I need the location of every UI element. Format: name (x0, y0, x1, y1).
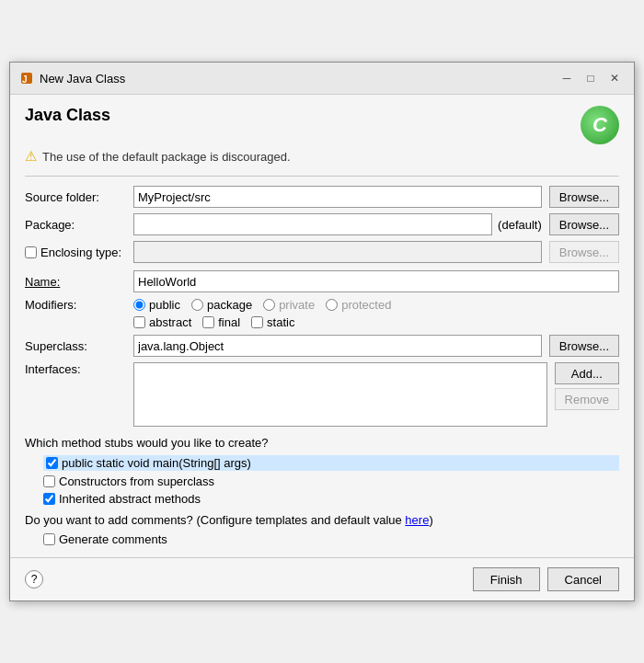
constructor-label: Constructors from superclass (59, 474, 214, 488)
radio-public-input[interactable] (133, 299, 145, 311)
inherited-label: Inherited abstract methods (59, 492, 201, 506)
package-default-label: (default) (498, 218, 542, 232)
enclosing-type-checkbox[interactable] (25, 246, 37, 258)
radio-package-input[interactable] (191, 299, 203, 311)
enclosing-type-input[interactable] (133, 241, 542, 263)
package-browse-button[interactable]: Browse... (549, 213, 619, 235)
footer-right: Finish Cancel (473, 567, 619, 591)
static-label: static (267, 315, 294, 329)
abstract-checkbox[interactable] (133, 316, 145, 328)
radio-protected: protected (326, 298, 391, 312)
radio-protected-label: protected (341, 298, 391, 312)
superclass-browse-button[interactable]: Browse... (549, 335, 619, 357)
static-checkbox-item: static (251, 315, 294, 329)
abstract-checkbox-item: abstract (133, 315, 191, 329)
methods-question: Which method stubs would you like to cre… (25, 436, 619, 450)
superclass-input[interactable] (133, 335, 542, 357)
modifiers-checkbox-group: abstract final static (133, 315, 619, 329)
separator (25, 176, 619, 177)
comments-question-text: Do you want to add comments? (Configure … (25, 513, 405, 527)
eclipse-logo: C (581, 106, 619, 144)
radio-private-label: private (279, 298, 315, 312)
title-bar-controls: ─ □ ✕ (557, 68, 625, 88)
final-checkbox[interactable] (202, 316, 214, 328)
radio-package: package (191, 298, 252, 312)
radio-private: private (263, 298, 315, 312)
source-folder-input[interactable] (133, 186, 542, 208)
interfaces-add-button[interactable]: Add... (555, 362, 619, 384)
warning-bar: ⚠ The use of the default package is disc… (25, 148, 619, 165)
modifiers-section: public package private protected (133, 298, 619, 329)
minimize-button[interactable]: ─ (557, 68, 577, 88)
generate-comments-item: Generate comments (43, 532, 619, 546)
radio-public: public (133, 298, 180, 312)
inherited-checkbox[interactable] (43, 493, 55, 505)
comments-section: Do you want to add comments? (Configure … (25, 513, 619, 546)
source-folder-label: Source folder: (25, 190, 126, 204)
title-bar: J New Java Class ─ □ ✕ (10, 63, 634, 95)
main-method-checkbox[interactable] (46, 457, 58, 469)
finish-button[interactable]: Finish (473, 567, 540, 591)
final-checkbox-item: final (202, 315, 240, 329)
new-java-class-dialog: J New Java Class ─ □ ✕ Java Class C ⚠ Th… (9, 62, 635, 601)
main-method-item: public static void main(String[] args) (43, 455, 619, 471)
title-bar-title: New Java Class (40, 72, 125, 86)
dialog-title: Java Class (25, 106, 110, 125)
warning-icon: ⚠ (25, 148, 37, 165)
comments-checkboxes: Generate comments (43, 532, 619, 546)
radio-protected-input[interactable] (326, 299, 338, 311)
package-input-group: (default) (133, 213, 542, 235)
generate-comments-checkbox[interactable] (43, 533, 55, 545)
enclosing-type-checkbox-row: Enclosing type: (25, 246, 126, 259)
generate-comments-label: Generate comments (59, 532, 167, 546)
name-input[interactable] (133, 270, 619, 292)
java-titlebar-icon: J (19, 71, 34, 86)
warning-text: The use of the default package is discou… (42, 150, 291, 164)
comments-link[interactable]: here (405, 513, 429, 527)
interfaces-buttons: Add... Remove (555, 362, 619, 410)
methods-checkboxes: public static void main(String[] args) C… (43, 455, 619, 506)
help-icon[interactable]: ? (25, 570, 43, 589)
dialog-header: Java Class C (25, 106, 619, 144)
form-grid: Source folder: Browse... Package: (defau… (25, 186, 619, 263)
main-method-label: public static void main(String[] args) (62, 456, 251, 470)
radio-private-input[interactable] (263, 299, 275, 311)
final-label: final (218, 315, 240, 329)
dialog-body: Java Class C ⚠ The use of the default pa… (10, 95, 634, 557)
modifiers-label: Modifiers: (25, 298, 126, 312)
cancel-button[interactable]: Cancel (547, 567, 619, 591)
methods-section: Which method stubs would you like to cre… (25, 436, 619, 506)
static-checkbox[interactable] (251, 316, 263, 328)
enclosing-type-label: Enclosing type: (40, 246, 121, 259)
radio-package-label: package (207, 298, 252, 312)
svg-text:J: J (22, 74, 28, 85)
constructor-item: Constructors from superclass (43, 474, 619, 488)
inherited-item: Inherited abstract methods (43, 492, 619, 506)
package-input[interactable] (133, 213, 492, 235)
header-left: Java Class (25, 106, 110, 125)
maximize-button[interactable]: □ (581, 68, 601, 88)
source-folder-browse-button[interactable]: Browse... (549, 186, 619, 208)
title-bar-left: J New Java Class (19, 71, 125, 86)
radio-public-label: public (149, 298, 180, 312)
package-label: Package: (25, 218, 126, 232)
close-button[interactable]: ✕ (604, 68, 625, 88)
superclass-label: Superclass: (25, 339, 126, 353)
abstract-label: abstract (149, 315, 191, 329)
enclosing-type-browse-button[interactable]: Browse... (549, 241, 619, 263)
interfaces-label: Interfaces: (25, 362, 126, 376)
constructor-checkbox[interactable] (43, 475, 55, 487)
interfaces-textarea[interactable] (133, 362, 547, 427)
name-label: Name: (25, 275, 126, 289)
interfaces-remove-button[interactable]: Remove (555, 388, 619, 410)
comments-question-end: ) (429, 513, 432, 527)
modifiers-radio-group: public package private protected (133, 298, 619, 312)
dialog-footer: ? Finish Cancel (10, 557, 634, 600)
comments-question: Do you want to add comments? (Configure … (25, 513, 619, 527)
